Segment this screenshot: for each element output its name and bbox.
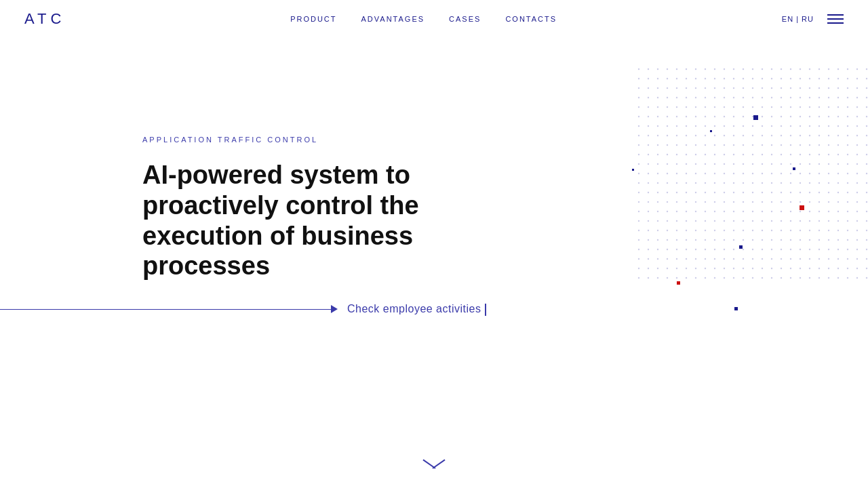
deco-square-4 xyxy=(632,169,634,171)
hamburger-line-2 xyxy=(827,18,844,20)
arrow-head xyxy=(331,305,338,313)
deco-square-1 xyxy=(753,115,758,120)
site-header: ATC PRODUCT ADVANTAGES CASES CONTACTS EN… xyxy=(0,0,868,37)
svg-rect-1 xyxy=(637,68,868,285)
chevron-down-icon xyxy=(420,462,448,476)
hero-subtitle: APPLICATION TRAFFIC CONTROL xyxy=(142,136,522,144)
lang-en[interactable]: EN xyxy=(782,15,793,23)
cta-text[interactable]: Check employee activities xyxy=(347,303,486,316)
language-switcher[interactable]: EN | RU xyxy=(782,15,814,23)
hamburger-line-1 xyxy=(827,14,844,16)
logo[interactable]: ATC xyxy=(24,10,65,28)
nav-contacts[interactable]: CONTACTS xyxy=(505,15,557,23)
nav-cases[interactable]: CASES xyxy=(449,15,481,23)
lang-ru[interactable]: RU xyxy=(802,15,814,23)
lang-separator: | xyxy=(796,15,802,23)
nav-product[interactable]: PRODUCT xyxy=(290,15,336,23)
typing-cursor xyxy=(485,304,486,316)
hamburger-menu[interactable] xyxy=(827,14,844,24)
hero-section: APPLICATION TRAFFIC CONTROL AI-powered s… xyxy=(142,136,522,281)
hero-headline: AI-powered system to proactively control… xyxy=(142,160,522,281)
scroll-indicator[interactable] xyxy=(420,462,448,476)
deco-square-2 xyxy=(710,130,712,132)
deco-square-7 xyxy=(677,281,680,285)
hamburger-line-3 xyxy=(827,22,844,24)
header-right: EN | RU xyxy=(782,14,844,24)
cta-line: Check employee activities xyxy=(0,303,868,316)
main-content: APPLICATION TRAFFIC CONTROL AI-powered s… xyxy=(0,0,868,488)
deco-square-5 xyxy=(800,205,804,210)
deco-square-6 xyxy=(739,245,743,249)
main-nav: PRODUCT ADVANTAGES CASES CONTACTS xyxy=(290,15,557,23)
dot-grid-decoration xyxy=(637,68,868,285)
nav-advantages[interactable]: ADVANTAGES xyxy=(361,15,425,23)
arrow-line xyxy=(0,309,332,310)
deco-square-3 xyxy=(793,167,795,170)
